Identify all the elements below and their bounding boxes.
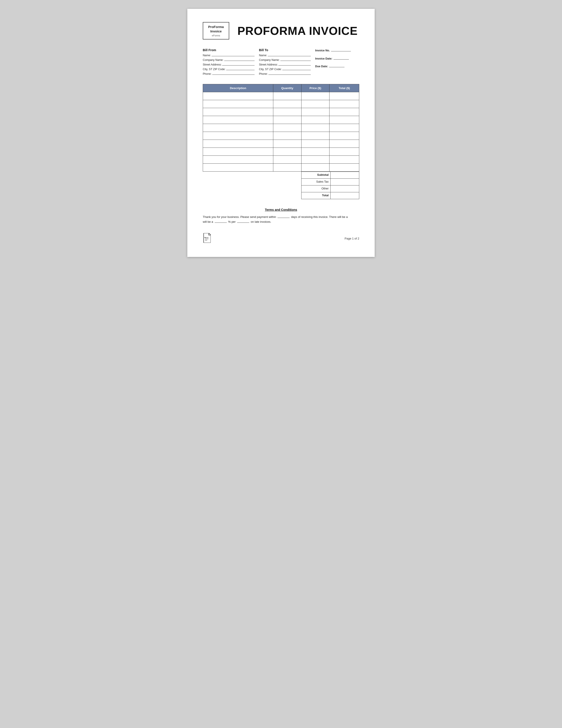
invoice-table: Description Quantity Price ($) Total ($): [203, 84, 359, 172]
logo-box: ProForma Invoice eForms: [203, 22, 229, 39]
other-label: Other: [301, 185, 330, 192]
sales-tax-label: Sales Tax: [301, 179, 330, 185]
table-row: [203, 116, 359, 124]
logo-title: ProForma Invoice: [207, 25, 225, 33]
bill-from-company: Company Name:: [203, 58, 255, 62]
invoice-number-row: Invoice No.: [315, 48, 359, 52]
bill-from-city: City, ST ZIP Code:: [203, 67, 255, 71]
invoice-date-label: Invoice Date:: [315, 57, 332, 60]
total-row: Total: [301, 192, 359, 199]
col-quantity: Quantity: [273, 84, 301, 92]
totals-section: Subtotal Sales Tax Other Total: [203, 172, 359, 199]
bill-from-street: Street Address:: [203, 62, 255, 66]
days-blank[interactable]: [278, 215, 289, 218]
page-number: Page 1 of 2: [345, 237, 359, 240]
header-section: ProForma Invoice eForms PROFORMA INVOICE: [203, 22, 359, 39]
table-row: [203, 132, 359, 140]
bill-from-heading: Bill From: [203, 48, 255, 52]
subtotal-row: Subtotal: [301, 172, 359, 178]
billing-section: Bill From Name: Company Name: Street Add…: [203, 48, 359, 76]
bill-from-phone: Phone:: [203, 72, 255, 75]
due-date-label: Due Date:: [315, 65, 328, 68]
subtotal-value[interactable]: [330, 172, 359, 178]
table-row: [203, 164, 359, 172]
bill-from-name: Name:: [203, 53, 255, 57]
logo-sub: eForms: [207, 34, 225, 37]
total-label: Total: [301, 192, 330, 199]
invoice-date-row: Invoice Date:: [315, 56, 359, 60]
bill-to-street: Street Address:: [259, 62, 311, 66]
table-row: [203, 108, 359, 116]
footer: Page 1 of 2: [203, 233, 359, 244]
terms-heading: Terms and Conditions: [203, 208, 359, 211]
col-total: Total ($): [329, 84, 359, 92]
total-value[interactable]: [330, 192, 359, 199]
col-description: Description: [203, 84, 273, 92]
svg-point-0: [205, 237, 206, 238]
table-body: [203, 92, 359, 172]
sales-tax-row: Sales Tax: [301, 178, 359, 185]
bill-to-name: Name:: [259, 53, 311, 57]
totals-grid: Subtotal Sales Tax Other Total: [301, 172, 359, 199]
table-row: [203, 100, 359, 108]
bill-to-company: Company Name:: [259, 58, 311, 62]
terms-section: Terms and Conditions Thank you for your …: [203, 208, 359, 224]
other-value[interactable]: [330, 185, 359, 192]
invoice-number-label: Invoice No.: [315, 49, 330, 52]
per-blank[interactable]: [237, 220, 249, 223]
table-header-row: Description Quantity Price ($) Total ($): [203, 84, 359, 92]
table-row: [203, 148, 359, 156]
sales-tax-value[interactable]: [330, 179, 359, 185]
invoice-info-block: Invoice No. Invoice Date: Due Date:: [315, 48, 359, 76]
bill-from-block: Bill From Name: Company Name: Street Add…: [203, 48, 255, 76]
page-title: PROFORMA INVOICE: [236, 22, 359, 37]
terms-text: Thank you for your business. Please send…: [203, 215, 359, 224]
table-row: [203, 124, 359, 132]
bill-to-heading: Bill To: [259, 48, 311, 52]
percent-blank[interactable]: [215, 220, 227, 223]
due-date-row: Due Date:: [315, 64, 359, 68]
eforms-icon: [203, 233, 211, 244]
table-row: [203, 140, 359, 148]
bill-to-phone: Phone:: [259, 72, 311, 75]
col-price: Price ($): [301, 84, 329, 92]
table-row: [203, 92, 359, 100]
subtotal-label: Subtotal: [301, 172, 330, 178]
bill-to-city: City, ST ZIP Code:: [259, 67, 311, 71]
table-row: [203, 156, 359, 164]
other-row: Other: [301, 185, 359, 192]
bill-to-block: Bill To Name: Company Name: Street Addre…: [259, 48, 311, 76]
invoice-page: ProForma Invoice eForms PROFORMA INVOICE…: [187, 9, 375, 257]
